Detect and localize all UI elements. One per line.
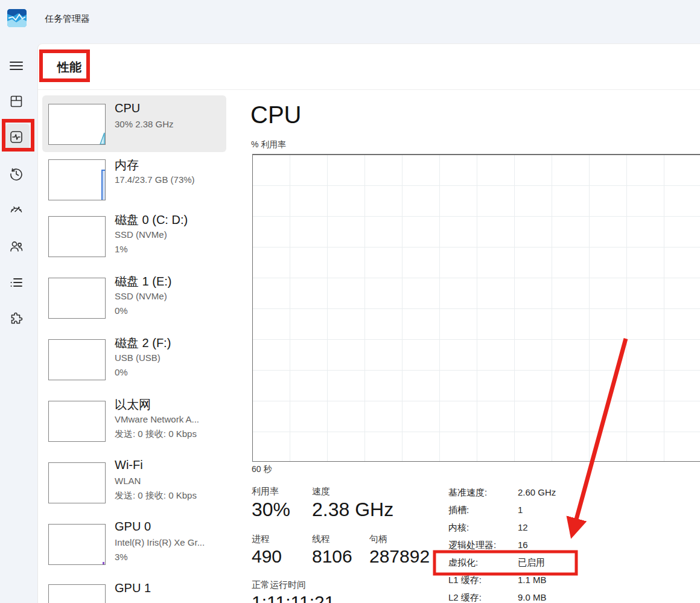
perf-item-disk2[interactable]: 磁盘 2 (F:) USB (USB) 0% [42,330,226,392]
perf-item-subtitle: SSD (NVMe) [115,229,167,240]
logical-processors-label: 逻辑处理器: [448,540,496,551]
disk2-mini-graph [48,339,106,380]
sockets-label: 插槽: [448,505,469,516]
virtualization-value: 已启用 [518,557,545,569]
perf-item-detail: 0% [115,305,128,316]
perf-item-ethernet[interactable]: 以太网 VMware Network A... 发送: 0 接收: 0 Kbps [42,392,226,453]
perf-item-title: CPU [115,101,140,115]
processes-label: 进程 [252,534,270,545]
disk1-mini-graph [48,278,106,319]
uptime-label: 正常运行时间 [252,579,306,591]
l1-cache-label: L1 缓存: [448,575,482,586]
perf-item-detail: 0% [115,367,128,377]
perf-item-title: Wi-Fi [115,458,143,472]
logical-processors-value: 16 [518,540,528,550]
gpu0-mini-graph [48,524,106,565]
virtualization-label: 虚拟化: [448,557,478,569]
task-manager-app-icon [7,9,27,27]
cpu-mini-graph [48,104,106,145]
perf-item-detail: 发送: 0 接收: 0 Kbps [115,429,197,440]
l2-cache-label: L2 缓存: [448,592,482,603]
perf-item-title: 磁盘 2 (F:) [115,335,171,351]
sockets-value: 1 [518,505,523,515]
disk0-mini-graph [48,216,106,257]
processes-value: 490 [252,546,282,567]
page-title-cpu: CPU [250,101,301,129]
perf-item-wifi[interactable]: Wi-Fi WLAN 发送: 0 接收: 0 Kbps [42,453,226,515]
cpu-utilization-chart [252,154,700,462]
startup-apps-icon[interactable] [8,202,24,218]
threads-label: 线程 [312,534,330,545]
services-icon[interactable] [8,311,24,327]
perf-item-subtitle: 30% 2.38 GHz [115,119,174,129]
perf-item-title: 以太网 [115,397,151,413]
performance-tab-label[interactable]: 性能 [57,59,81,75]
wifi-mini-graph [48,462,106,503]
speed-label: 速度 [312,486,330,497]
perf-item-title: 磁盘 1 (E:) [115,273,171,290]
l2-cache-value: 9.0 MB [518,592,547,602]
cores-label: 内核: [448,522,469,534]
chart-y-axis-label: % 利用率 [251,139,286,150]
ethernet-mini-graph [48,401,106,442]
perf-item-gpu0[interactable]: GPU 0 Intel(R) Iris(R) Xe Gr... 3% [42,515,226,576]
perf-item-subtitle: WLAN [115,476,141,486]
handles-label: 句柄 [369,534,387,545]
processes-icon[interactable] [8,94,24,109]
perf-item-title: 磁盘 0 (C: D:) [115,212,188,228]
perf-item-disk0[interactable]: 磁盘 0 (C: D:) SSD (NVMe) 1% [42,207,226,269]
perf-item-subtitle: 17.4/23.7 GB (73%) [115,174,195,185]
perf-item-title: GPU 1 [115,581,151,595]
perf-item-subtitle: USB (USB) [115,353,161,363]
perf-item-cpu[interactable]: CPU 30% 2.38 GHz [42,97,226,152]
window-title: 任务管理器 [45,13,90,25]
utilization-value: 30% [252,499,290,521]
details-icon[interactable] [8,275,24,290]
handles-value: 287892 [369,546,430,567]
uptime-value: 1:11:11:21 [252,592,334,603]
menu-icon[interactable] [8,58,24,74]
app-history-icon[interactable] [8,166,24,182]
chart-x-axis-label: 60 秒 [252,464,272,475]
perf-item-subtitle: SSD (NVMe) [115,291,167,301]
base-speed-value: 2.60 GHz [518,487,556,497]
speed-value: 2.38 GHz [312,499,393,521]
perf-item-gpu1[interactable]: GPU 1 [42,576,226,603]
perf-item-title: GPU 0 [115,520,151,534]
users-icon[interactable] [8,238,24,254]
perf-item-detail: 发送: 0 接收: 0 Kbps [115,490,197,502]
perf-item-memory[interactable]: 内存 17.4/23.7 GB (73%) [42,152,226,207]
gpu1-mini-graph [48,584,106,603]
memory-mini-graph [48,159,106,200]
cores-value: 12 [518,522,528,532]
perf-item-detail: 1% [115,244,128,254]
perf-item-detail: 3% [115,552,128,562]
perf-item-subtitle: Intel(R) Iris(R) Xe Gr... [115,537,205,547]
utilization-label: 利用率 [252,486,279,497]
perf-item-title: 内存 [115,157,139,173]
perf-item-disk1[interactable]: 磁盘 1 (E:) SSD (NVMe) 0% [42,269,226,330]
perf-item-subtitle: VMware Network A... [115,414,199,424]
l1-cache-value: 1.1 MB [518,575,547,585]
performance-icon[interactable] [8,129,24,145]
tab-divider [38,89,700,90]
threads-value: 8106 [312,546,352,567]
base-speed-label: 基准速度: [448,487,487,499]
